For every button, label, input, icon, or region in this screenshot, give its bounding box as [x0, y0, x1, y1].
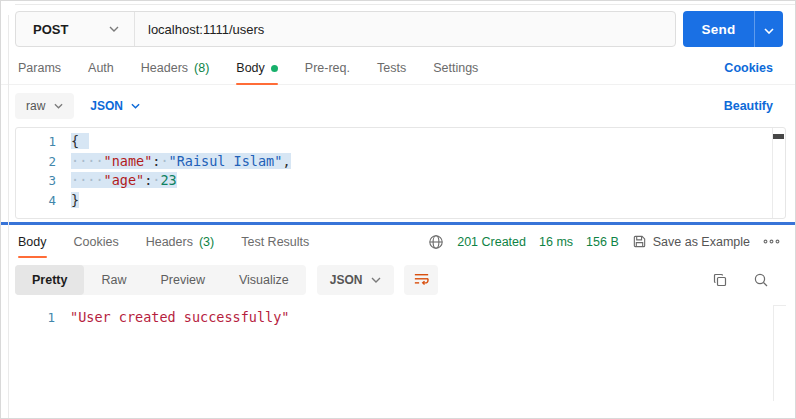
- view-visualize[interactable]: Visualize: [222, 265, 306, 295]
- line-number: 1: [15, 308, 55, 328]
- pane-top-divider: [15, 4, 795, 5]
- view-raw[interactable]: Raw: [84, 265, 143, 295]
- response-actions: [712, 272, 769, 288]
- tab-test-results[interactable]: Test Results: [241, 226, 309, 257]
- chevron-down-icon: [371, 277, 381, 283]
- tab-label: Body: [236, 61, 265, 75]
- tab-label: Headers: [141, 61, 188, 75]
- response-size[interactable]: 156 B: [586, 235, 619, 249]
- view-pretty[interactable]: Pretty: [15, 265, 84, 295]
- tab-auth[interactable]: Auth: [88, 52, 114, 84]
- line-number: 4: [16, 191, 56, 211]
- tab-label: Test Results: [241, 235, 309, 249]
- cookies-link[interactable]: Cookies: [724, 61, 773, 75]
- code-line: 1 "User created successfully": [15, 308, 786, 328]
- code-line: 1 {: [16, 132, 785, 152]
- save-as-example-label: Save as Example: [653, 235, 750, 249]
- pane-splitter[interactable]: [1, 222, 795, 225]
- copy-icon[interactable]: [712, 272, 728, 288]
- save-icon: [632, 234, 647, 249]
- tab-response-headers[interactable]: Headers (3): [146, 226, 215, 257]
- tab-label: Settings: [433, 61, 478, 75]
- response-toolbar: Pretty Raw Preview Visualize JSON: [15, 265, 769, 295]
- method-label: POST: [33, 22, 68, 37]
- url-input[interactable]: [135, 12, 675, 46]
- language-label: JSON: [90, 99, 123, 113]
- line-number: 1: [16, 132, 56, 152]
- code-token: ····: [71, 153, 104, 169]
- body-has-content-dot: [271, 65, 278, 72]
- tab-response-cookies[interactable]: Cookies: [74, 226, 119, 257]
- code-token: "name": [104, 153, 153, 169]
- request-tabs: Params Auth Headers (8) Body Pre-req. Te…: [1, 52, 795, 85]
- code-token: ,: [282, 153, 290, 169]
- editor-scrollbar[interactable]: [772, 128, 785, 218]
- send-button[interactable]: Send: [683, 11, 754, 47]
- chevron-down-icon: [131, 103, 140, 109]
- body-type-row: raw JSON Beautify: [15, 93, 773, 119]
- search-icon[interactable]: [753, 272, 769, 288]
- response-string: "User created successfully": [70, 309, 289, 325]
- scrollbar-thumb[interactable]: [773, 134, 784, 139]
- rest-client-window: { "colors": { "send_blue": "#1A70E4", "l…: [0, 0, 796, 419]
- response-language-select[interactable]: JSON: [317, 265, 395, 295]
- line-number: 2: [16, 152, 56, 172]
- method-select[interactable]: POST: [16, 12, 134, 46]
- chevron-down-icon: [764, 20, 774, 38]
- response-tabs: Body Cookies Headers (3) Test Results 20…: [1, 226, 795, 257]
- tab-label: Auth: [88, 61, 114, 75]
- network-globe-icon[interactable]: [428, 234, 444, 250]
- status-badge[interactable]: 201 Created: [457, 235, 526, 249]
- headers-count-badge: (3): [199, 235, 214, 249]
- send-label: Send: [702, 22, 736, 37]
- view-label: Raw: [101, 273, 126, 287]
- language-select[interactable]: JSON: [90, 99, 140, 113]
- tab-pre-request[interactable]: Pre-req.: [305, 52, 350, 84]
- tab-response-body[interactable]: Body: [18, 226, 47, 257]
- language-label: JSON: [330, 273, 363, 287]
- body-type-label: raw: [26, 99, 45, 113]
- code-line: 3 ····"age":·23: [16, 171, 785, 191]
- code-token: "Raisul Islam": [169, 153, 283, 169]
- request-url-bar: POST Send: [15, 11, 783, 47]
- view-label: Preview: [160, 273, 204, 287]
- tab-label: Params: [18, 61, 61, 75]
- tab-label: Body: [18, 235, 47, 249]
- tab-tests[interactable]: Tests: [377, 52, 406, 84]
- pane-left-divider: [8, 15, 9, 418]
- code-token: 23: [160, 172, 176, 188]
- send-options-button[interactable]: [754, 11, 783, 47]
- tab-params[interactable]: Params: [18, 52, 61, 84]
- beautify-link[interactable]: Beautify: [724, 99, 773, 113]
- response-meta: 201 Created 16 ms 156 B Save as Example: [428, 234, 780, 250]
- code-token: "age": [104, 172, 145, 188]
- body-type-select[interactable]: raw: [15, 93, 74, 119]
- tab-body[interactable]: Body: [236, 52, 278, 84]
- wrap-lines-button[interactable]: [404, 265, 438, 295]
- tab-settings[interactable]: Settings: [433, 52, 478, 84]
- view-switcher: Pretty Raw Preview Visualize: [15, 265, 306, 295]
- view-label: Pretty: [32, 273, 67, 287]
- code-token: ····: [71, 172, 104, 188]
- send-button-group: Send: [683, 11, 783, 47]
- tab-headers[interactable]: Headers (8): [141, 52, 210, 84]
- tab-label: Cookies: [74, 235, 119, 249]
- response-time[interactable]: 16 ms: [539, 235, 573, 249]
- code-token: }: [71, 192, 79, 208]
- response-body-viewer[interactable]: 1 "User created successfully": [15, 303, 786, 403]
- more-options-icon[interactable]: [763, 239, 780, 244]
- response-scrollbar-gutter[interactable]: [773, 305, 786, 401]
- line-number: 3: [16, 171, 56, 191]
- code-token: ·: [160, 153, 168, 169]
- view-label: Visualize: [239, 273, 289, 287]
- view-preview[interactable]: Preview: [143, 265, 221, 295]
- tab-label: Headers: [146, 235, 193, 249]
- code-line: 4 }: [16, 191, 785, 211]
- code-token: {: [71, 133, 79, 149]
- chevron-down-icon: [109, 26, 119, 32]
- chevron-down-icon: [54, 103, 63, 109]
- tab-label: Tests: [377, 61, 406, 75]
- wrap-lines-icon: [412, 269, 431, 292]
- request-body-editor[interactable]: 1 { 2 ····"name":·"Raisul Islam", 3 ····…: [15, 127, 786, 219]
- save-as-example-button[interactable]: Save as Example: [632, 234, 750, 249]
